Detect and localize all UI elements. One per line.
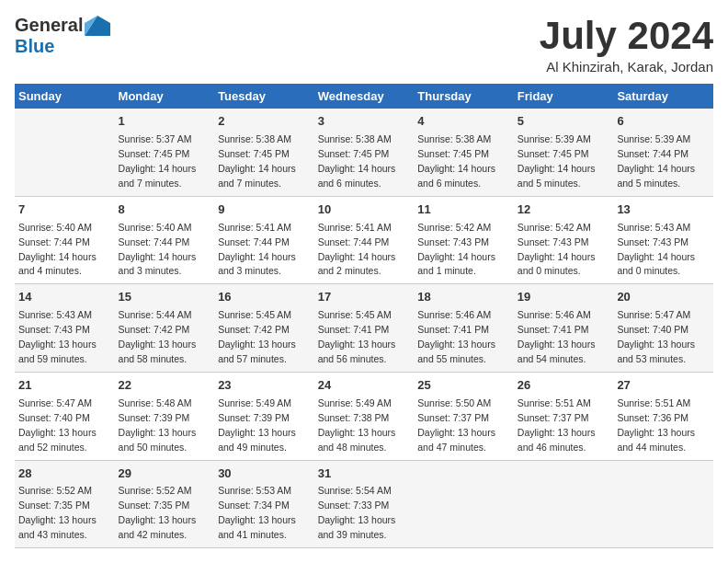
day-number: 20 <box>617 289 710 306</box>
day-info: Sunrise: 5:43 AMSunset: 7:43 PMDaylight:… <box>617 222 695 277</box>
day-number: 10 <box>318 201 411 219</box>
header-monday: Monday <box>115 84 215 109</box>
day-info: Sunrise: 5:45 AMSunset: 7:42 PMDaylight:… <box>218 309 296 364</box>
calendar-cell: 16 Sunrise: 5:45 AMSunset: 7:42 PMDaylig… <box>214 284 314 373</box>
calendar-cell: 15 Sunrise: 5:44 AMSunset: 7:42 PMDaylig… <box>115 284 215 373</box>
day-info: Sunrise: 5:51 AMSunset: 7:36 PMDaylight:… <box>617 397 695 453</box>
header-tuesday: Tuesday <box>214 84 314 109</box>
calendar-cell: 2 Sunrise: 5:38 AMSunset: 7:45 PMDayligh… <box>214 109 314 196</box>
day-number: 12 <box>518 201 610 219</box>
calendar-cell: 24 Sunrise: 5:49 AMSunset: 7:38 PMDaylig… <box>314 372 415 460</box>
calendar-cell: 23 Sunrise: 5:49 AMSunset: 7:39 PMDaylig… <box>214 372 314 460</box>
day-info: Sunrise: 5:52 AMSunset: 7:35 PMDaylight:… <box>119 485 197 540</box>
calendar-cell: 11 Sunrise: 5:42 AMSunset: 7:43 PMDaylig… <box>414 196 514 284</box>
day-info: Sunrise: 5:46 AMSunset: 7:41 PMDaylight:… <box>518 309 596 364</box>
day-info: Sunrise: 5:40 AMSunset: 7:44 PMDaylight:… <box>18 222 97 277</box>
calendar-cell: 9 Sunrise: 5:41 AMSunset: 7:44 PMDayligh… <box>214 196 314 284</box>
calendar-cell: 7 Sunrise: 5:40 AMSunset: 7:44 PMDayligh… <box>15 196 115 284</box>
day-info: Sunrise: 5:39 AMSunset: 7:45 PMDaylight:… <box>518 133 596 189</box>
calendar-cell: 13 Sunrise: 5:43 AMSunset: 7:43 PMDaylig… <box>613 196 713 284</box>
day-info: Sunrise: 5:53 AMSunset: 7:34 PMDaylight:… <box>218 485 296 540</box>
calendar-cell: 31 Sunrise: 5:54 AMSunset: 7:33 PMDaylig… <box>314 460 415 548</box>
calendar-cell: 1 Sunrise: 5:37 AMSunset: 7:45 PMDayligh… <box>115 109 215 196</box>
day-number: 2 <box>218 113 311 131</box>
day-number: 5 <box>518 113 610 131</box>
logo-icon <box>85 16 110 36</box>
day-number: 18 <box>417 289 510 306</box>
calendar-cell <box>613 460 713 548</box>
day-number: 15 <box>119 289 211 306</box>
day-info: Sunrise: 5:38 AMSunset: 7:45 PMDaylight:… <box>417 133 495 189</box>
day-number: 24 <box>318 377 411 395</box>
day-number: 4 <box>417 113 510 131</box>
logo: General Blue <box>15 15 110 57</box>
day-info: Sunrise: 5:41 AMSunset: 7:44 PMDaylight:… <box>318 222 396 277</box>
day-number: 28 <box>18 465 111 483</box>
day-info: Sunrise: 5:42 AMSunset: 7:43 PMDaylight:… <box>518 222 596 277</box>
day-info: Sunrise: 5:50 AMSunset: 7:37 PMDaylight:… <box>417 397 495 453</box>
header-thursday: Thursday <box>414 84 514 109</box>
day-number: 7 <box>18 201 111 219</box>
day-number: 25 <box>417 377 510 395</box>
day-number: 11 <box>417 201 510 219</box>
location: Al Khinzirah, Karak, Jordan <box>540 59 713 75</box>
day-info: Sunrise: 5:45 AMSunset: 7:41 PMDaylight:… <box>318 309 396 364</box>
day-number: 26 <box>518 377 610 395</box>
calendar-cell: 17 Sunrise: 5:45 AMSunset: 7:41 PMDaylig… <box>314 284 415 373</box>
day-info: Sunrise: 5:49 AMSunset: 7:38 PMDaylight:… <box>318 397 396 453</box>
day-info: Sunrise: 5:49 AMSunset: 7:39 PMDaylight:… <box>218 397 296 453</box>
calendar-cell: 27 Sunrise: 5:51 AMSunset: 7:36 PMDaylig… <box>613 372 713 460</box>
day-info: Sunrise: 5:46 AMSunset: 7:41 PMDaylight:… <box>417 309 495 364</box>
day-number: 14 <box>18 289 111 306</box>
day-number: 29 <box>119 465 211 483</box>
calendar-cell: 5 Sunrise: 5:39 AMSunset: 7:45 PMDayligh… <box>514 109 614 196</box>
calendar-cell: 29 Sunrise: 5:52 AMSunset: 7:35 PMDaylig… <box>115 460 215 548</box>
logo-general: General <box>15 15 83 36</box>
day-info: Sunrise: 5:38 AMSunset: 7:45 PMDaylight:… <box>218 133 296 189</box>
calendar-cell: 21 Sunrise: 5:47 AMSunset: 7:40 PMDaylig… <box>15 372 115 460</box>
title-section: July 2024 Al Khinzirah, Karak, Jordan <box>540 15 713 75</box>
calendar-cell: 10 Sunrise: 5:41 AMSunset: 7:44 PMDaylig… <box>314 196 415 284</box>
calendar-cell <box>414 460 514 548</box>
calendar-cell: 3 Sunrise: 5:38 AMSunset: 7:45 PMDayligh… <box>314 109 415 196</box>
day-info: Sunrise: 5:43 AMSunset: 7:43 PMDaylight:… <box>18 309 97 364</box>
day-number: 31 <box>318 465 411 483</box>
day-info: Sunrise: 5:47 AMSunset: 7:40 PMDaylight:… <box>617 309 695 364</box>
calendar-cell: 19 Sunrise: 5:46 AMSunset: 7:41 PMDaylig… <box>514 284 614 373</box>
header-wednesday: Wednesday <box>314 84 415 109</box>
day-number: 27 <box>617 377 710 395</box>
day-number: 1 <box>119 113 211 131</box>
calendar-header-row: SundayMondayTuesdayWednesdayThursdayFrid… <box>15 84 713 109</box>
logo-blue: Blue <box>15 36 54 57</box>
day-number: 8 <box>119 201 211 219</box>
page-header: General Blue July 2024 Al Khinzirah, Kar… <box>15 15 713 75</box>
calendar-cell: 28 Sunrise: 5:52 AMSunset: 7:35 PMDaylig… <box>15 460 115 548</box>
day-number: 19 <box>518 289 610 306</box>
day-info: Sunrise: 5:38 AMSunset: 7:45 PMDaylight:… <box>318 133 396 189</box>
calendar-cell: 26 Sunrise: 5:51 AMSunset: 7:37 PMDaylig… <box>514 372 614 460</box>
calendar-week-row: 14 Sunrise: 5:43 AMSunset: 7:43 PMDaylig… <box>15 284 713 373</box>
day-number: 13 <box>617 201 710 219</box>
calendar-cell: 8 Sunrise: 5:40 AMSunset: 7:44 PMDayligh… <box>115 196 215 284</box>
day-number: 16 <box>218 289 311 306</box>
day-number: 9 <box>218 201 311 219</box>
day-number: 6 <box>617 113 710 131</box>
calendar-week-row: 28 Sunrise: 5:52 AMSunset: 7:35 PMDaylig… <box>15 460 713 548</box>
day-number: 3 <box>318 113 411 131</box>
header-saturday: Saturday <box>613 84 713 109</box>
day-info: Sunrise: 5:52 AMSunset: 7:35 PMDaylight:… <box>18 485 97 540</box>
day-info: Sunrise: 5:47 AMSunset: 7:40 PMDaylight:… <box>18 397 97 453</box>
header-friday: Friday <box>514 84 614 109</box>
day-info: Sunrise: 5:42 AMSunset: 7:43 PMDaylight:… <box>417 222 495 277</box>
calendar-cell: 20 Sunrise: 5:47 AMSunset: 7:40 PMDaylig… <box>613 284 713 373</box>
day-info: Sunrise: 5:37 AMSunset: 7:45 PMDaylight:… <box>119 133 197 189</box>
calendar-cell: 30 Sunrise: 5:53 AMSunset: 7:34 PMDaylig… <box>214 460 314 548</box>
calendar-week-row: 21 Sunrise: 5:47 AMSunset: 7:40 PMDaylig… <box>15 372 713 460</box>
day-number: 23 <box>218 377 311 395</box>
day-info: Sunrise: 5:44 AMSunset: 7:42 PMDaylight:… <box>119 309 197 364</box>
calendar-cell: 18 Sunrise: 5:46 AMSunset: 7:41 PMDaylig… <box>414 284 514 373</box>
calendar-cell: 4 Sunrise: 5:38 AMSunset: 7:45 PMDayligh… <box>414 109 514 196</box>
calendar-cell: 12 Sunrise: 5:42 AMSunset: 7:43 PMDaylig… <box>514 196 614 284</box>
day-info: Sunrise: 5:40 AMSunset: 7:44 PMDaylight:… <box>119 222 197 277</box>
calendar-cell <box>15 109 115 196</box>
